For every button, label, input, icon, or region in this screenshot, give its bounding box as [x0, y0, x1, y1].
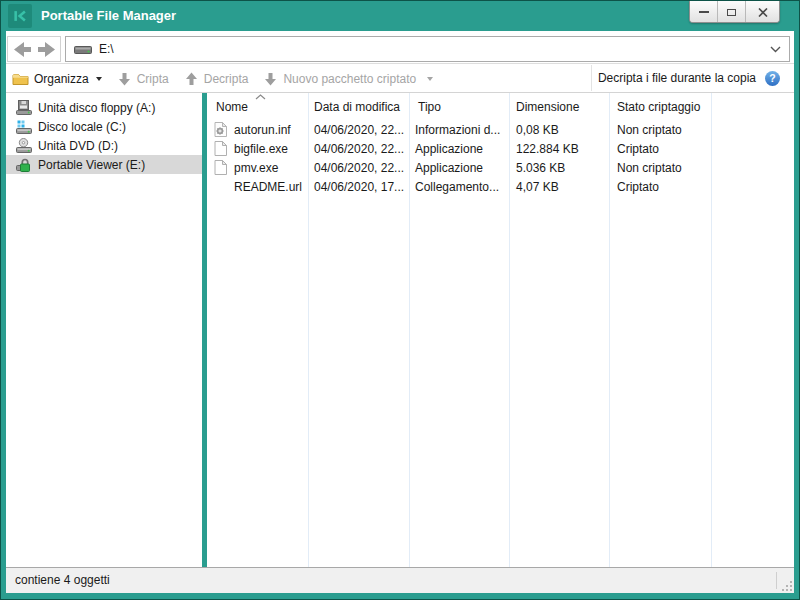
minimize-button[interactable]	[690, 1, 718, 23]
nav-history-buttons	[7, 36, 61, 62]
file-row[interactable]: README.url 04/06/2020, 17... Collegament…	[207, 177, 794, 196]
sidebar-item-local-c[interactable]: Disco locale (C:)	[6, 117, 202, 136]
organizza-button[interactable]: Organizza	[12, 72, 102, 86]
file-name: pmv.exe	[234, 161, 278, 175]
status-text: contiene 4 oggetti	[15, 568, 110, 593]
file-list: Nome Data di modifica Tipo Dimensione St…	[207, 93, 794, 567]
cripta-label: Cripta	[137, 72, 169, 86]
package-arrow-down-icon	[263, 72, 278, 86]
file-encryption-status: Criptato	[609, 180, 711, 194]
file-modified: 04/06/2020, 22...	[308, 142, 409, 156]
toolbar: Organizza Cripta Decripta Nuovo pacche	[6, 65, 794, 93]
main-area: Unità disco floppy (A:) Disco locale (C:…	[6, 93, 794, 567]
titlebar[interactable]: Portable File Manager	[1, 1, 799, 31]
decrypt-on-copy-label: Decripta i file durante la copia	[598, 71, 756, 85]
window-controls	[689, 1, 780, 23]
file-row[interactable]: bigfile.exe 04/06/2020, 22... Applicazio…	[207, 139, 794, 158]
nuovo-pacchetto-label: Nuovo pacchetto criptato	[283, 72, 416, 86]
minimize-icon	[699, 11, 709, 13]
column-header-label: Data di modifica	[314, 100, 400, 114]
portable-file-manager-window: Portable File Manager	[0, 0, 800, 600]
close-button[interactable]	[746, 1, 779, 23]
column-header-tipo[interactable]: Tipo	[409, 93, 509, 120]
encrypt-arrow-down-icon	[117, 72, 132, 86]
status-bar: contiene 4 oggetti	[6, 567, 794, 593]
file-name: bigfile.exe	[234, 142, 288, 156]
sidebar-item-label: Disco locale (C:)	[38, 120, 126, 134]
column-header-label: Nome	[216, 100, 248, 114]
navigation-bar: E:\	[6, 31, 794, 64]
file-encryption-status: Non criptato	[609, 161, 711, 175]
kaspersky-logo-icon	[8, 4, 32, 28]
file-type: Applicazione	[409, 142, 509, 156]
file-row[interactable]: pmv.exe 04/06/2020, 22... Applicazione 5…	[207, 158, 794, 177]
folder-icon	[12, 72, 29, 86]
file-modified: 04/06/2020, 22...	[308, 161, 409, 175]
column-header-stato[interactable]: Stato criptaggio	[609, 93, 711, 120]
address-value: E:\	[99, 42, 763, 56]
file-modified: 04/06/2020, 22...	[308, 123, 409, 137]
file-type: Collegamento...	[409, 180, 509, 194]
organizza-label: Organizza	[34, 72, 89, 86]
organizza-dropdown-icon	[96, 77, 102, 81]
file-icon	[213, 141, 228, 156]
status-separator	[776, 572, 777, 589]
file-type: Applicazione	[409, 161, 509, 175]
floppy-drive-icon	[16, 100, 32, 116]
column-header-label: Tipo	[418, 100, 441, 114]
column-header-nome[interactable]: Nome	[207, 93, 308, 120]
file-name: autorun.inf	[234, 123, 291, 137]
file-name: README.url	[234, 180, 302, 194]
drive-icon	[74, 43, 92, 55]
column-header-label: Stato criptaggio	[617, 100, 700, 114]
help-icon[interactable]: ?	[765, 71, 780, 86]
file-size: 0,08 KB	[509, 123, 609, 137]
file-encryption-status: Non criptato	[609, 123, 711, 137]
sidebar-item-floppy-a[interactable]: Unità disco floppy (A:)	[6, 98, 202, 117]
column-header-label: Dimensione	[516, 100, 579, 114]
dvd-drive-icon	[16, 138, 32, 154]
file-encryption-status: Criptato	[609, 142, 711, 156]
sidebar-item-portable-e[interactable]: Portable Viewer (E:)	[6, 155, 202, 174]
decripta-button[interactable]: Decripta	[184, 72, 249, 86]
file-size: 4,07 KB	[509, 180, 609, 194]
decrypt-arrow-up-icon	[184, 72, 199, 86]
no-icon	[213, 179, 228, 194]
sort-ascending-icon	[255, 94, 266, 100]
window-title: Portable File Manager	[41, 1, 176, 31]
file-modified: 04/06/2020, 17...	[308, 180, 409, 194]
file-size: 122.884 KB	[509, 142, 609, 156]
file-type: Informazioni d...	[409, 123, 509, 137]
cripta-button[interactable]: Cripta	[117, 72, 169, 86]
column-header-dimensione[interactable]: Dimensione	[509, 93, 609, 120]
close-icon	[758, 8, 768, 17]
nuovo-pacchetto-dropdown-icon	[427, 77, 433, 81]
sidebar-item-label: Portable Viewer (E:)	[38, 158, 145, 172]
address-bar[interactable]: E:\	[65, 36, 790, 62]
sidebar-item-label: Unità DVD (D:)	[38, 139, 118, 153]
nuovo-pacchetto-button[interactable]: Nuovo pacchetto criptato	[263, 72, 433, 86]
resize-grip[interactable]	[781, 580, 792, 591]
toolbar-right-section: Decripta i file durante la copia ?	[591, 65, 794, 91]
sidebar-item-dvd-d[interactable]: Unità DVD (D:)	[6, 136, 202, 155]
setup-file-icon	[213, 122, 228, 137]
sidebar-item-label: Unità disco floppy (A:)	[38, 101, 155, 115]
file-row[interactable]: autorun.inf 04/06/2020, 22... Informazio…	[207, 120, 794, 139]
drive-sidebar: Unità disco floppy (A:) Disco locale (C:…	[6, 93, 202, 567]
window-content: E:\ Organizza Cripta	[6, 31, 794, 591]
maximize-icon	[727, 9, 736, 16]
maximize-button[interactable]	[718, 1, 746, 23]
address-dropdown-icon[interactable]	[770, 46, 781, 53]
file-icon	[213, 160, 228, 175]
column-header-data[interactable]: Data di modifica	[308, 93, 409, 120]
file-size: 5.036 KB	[509, 161, 609, 175]
locked-drive-icon	[16, 157, 32, 173]
forward-button[interactable]	[37, 42, 55, 57]
back-button[interactable]	[14, 42, 32, 57]
decripta-label: Decripta	[204, 72, 249, 86]
local-disk-icon	[16, 119, 32, 135]
